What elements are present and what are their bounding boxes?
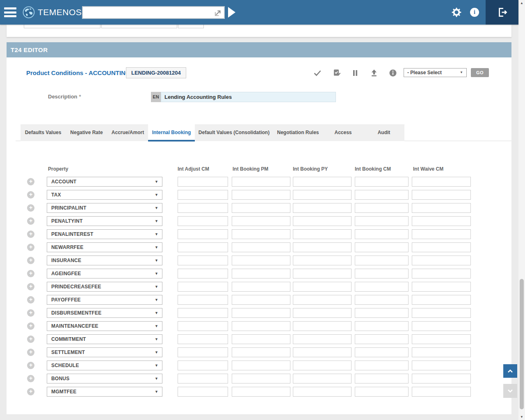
int-waive-cm-input[interactable]: [412, 347, 471, 357]
int-booking-cm-input[interactable]: [355, 269, 409, 278]
int-booking-cm-input[interactable]: [355, 190, 409, 200]
property-select[interactable]: PRINCIPALINT ▼: [47, 203, 162, 213]
int-booking-cm-input[interactable]: [355, 387, 409, 397]
add-value-button[interactable]: +: [27, 322, 34, 330]
int-adjust-cm-input[interactable]: [178, 361, 228, 370]
description-input[interactable]: [161, 92, 336, 102]
int-adjust-cm-input[interactable]: [178, 177, 228, 187]
int-booking-pm-input[interactable]: [232, 203, 290, 213]
page-scrollbar[interactable]: ▲ ▼: [518, 0, 525, 420]
validate-icon[interactable]: [332, 68, 342, 78]
property-select[interactable]: TAX ▼: [47, 190, 162, 200]
property-select[interactable]: ACCOUNT ▼: [47, 177, 162, 187]
int-waive-cm-input[interactable]: [412, 374, 471, 383]
add-value-button[interactable]: +: [27, 296, 34, 304]
tab-default-values-consolidation[interactable]: Default Values (Consolidation): [195, 124, 273, 141]
property-select[interactable]: SCHEDULE ▼: [47, 361, 162, 370]
tab-defaults-values[interactable]: Defaults Values: [21, 124, 66, 141]
int-adjust-cm-input[interactable]: [178, 269, 228, 278]
int-adjust-cm-input[interactable]: [178, 374, 228, 383]
int-adjust-cm-input[interactable]: [178, 321, 228, 331]
add-value-button[interactable]: +: [27, 231, 34, 238]
property-select[interactable]: AGEINGFEE ▼: [47, 269, 162, 278]
property-select[interactable]: DISBURSEMENTFEE ▼: [47, 308, 162, 318]
tab-accrue-amort[interactable]: Accrue/Amort: [107, 124, 148, 141]
int-booking-py-input[interactable]: [293, 295, 352, 305]
int-waive-cm-input[interactable]: [412, 334, 471, 344]
commit-check-icon[interactable]: [313, 68, 322, 78]
int-booking-py-input[interactable]: [293, 387, 352, 397]
int-adjust-cm-input[interactable]: [178, 308, 228, 318]
int-booking-cm-input[interactable]: [355, 374, 409, 383]
add-value-button[interactable]: +: [27, 191, 34, 199]
int-booking-cm-input[interactable]: [355, 216, 409, 226]
int-waive-cm-input[interactable]: [412, 229, 471, 239]
hold-pause-icon[interactable]: [350, 68, 360, 78]
int-waive-cm-input[interactable]: [412, 269, 471, 278]
int-booking-py-input[interactable]: [293, 321, 352, 331]
property-select[interactable]: COMMITMENT ▼: [47, 334, 162, 344]
scrollbar-up-arrow-icon[interactable]: ▲: [518, 1, 525, 5]
property-select[interactable]: MAINTENANCEFEE ▼: [47, 321, 162, 331]
int-booking-py-input[interactable]: [293, 347, 352, 357]
int-booking-py-input[interactable]: [293, 177, 352, 187]
hamburger-menu-icon[interactable]: [4, 7, 16, 17]
add-value-button[interactable]: +: [27, 270, 34, 277]
int-booking-pm-input[interactable]: [232, 282, 290, 292]
int-waive-cm-input[interactable]: [412, 256, 471, 265]
int-booking-cm-input[interactable]: [355, 308, 409, 318]
int-booking-pm-input[interactable]: [232, 387, 290, 397]
int-booking-cm-input[interactable]: [355, 242, 409, 252]
int-booking-cm-input[interactable]: [355, 361, 409, 370]
run-command-icon[interactable]: [228, 7, 235, 18]
int-booking-pm-input[interactable]: [232, 216, 290, 226]
int-booking-py-input[interactable]: [293, 216, 352, 226]
property-select[interactable]: NEWARRFEE ▼: [47, 242, 162, 252]
int-booking-pm-input[interactable]: [232, 229, 290, 239]
int-booking-pm-input[interactable]: [232, 190, 290, 200]
tab-negative-rate[interactable]: Negative Rate: [66, 124, 107, 141]
int-booking-pm-input[interactable]: [232, 242, 290, 252]
scroll-to-bottom-button[interactable]: [503, 384, 517, 398]
tab-audit[interactable]: Audit: [363, 124, 404, 141]
int-waive-cm-input[interactable]: [412, 190, 471, 200]
property-select[interactable]: PAYOFFFEE ▼: [47, 295, 162, 305]
property-select[interactable]: PENALTYINT ▼: [47, 216, 162, 226]
action-select[interactable]: - Please Select ▼: [404, 68, 467, 77]
sign-out-button[interactable]: [486, 0, 518, 25]
property-select[interactable]: PENALINTEREST ▼: [47, 229, 162, 239]
add-value-button[interactable]: +: [27, 283, 34, 290]
int-booking-py-input[interactable]: [293, 229, 352, 239]
int-adjust-cm-input[interactable]: [178, 216, 228, 226]
int-booking-py-input[interactable]: [293, 282, 352, 292]
property-select[interactable]: MGMTFEE ▼: [47, 387, 162, 397]
int-adjust-cm-input[interactable]: [178, 347, 228, 357]
int-booking-cm-input[interactable]: [355, 229, 409, 239]
int-booking-py-input[interactable]: [293, 242, 352, 252]
int-adjust-cm-input[interactable]: [178, 256, 228, 265]
int-booking-cm-input[interactable]: [355, 295, 409, 305]
int-waive-cm-input[interactable]: [412, 203, 471, 213]
int-booking-py-input[interactable]: [293, 190, 352, 200]
info-icon[interactable]: i: [470, 8, 479, 17]
int-booking-py-input[interactable]: [293, 361, 352, 370]
int-booking-py-input[interactable]: [293, 256, 352, 265]
int-adjust-cm-input[interactable]: [178, 190, 228, 200]
int-adjust-cm-input[interactable]: [178, 387, 228, 397]
property-select[interactable]: PRINDECREASEFEE ▼: [47, 282, 162, 292]
int-booking-cm-input[interactable]: [355, 321, 409, 331]
add-value-button[interactable]: +: [27, 375, 34, 382]
add-value-button[interactable]: +: [27, 244, 34, 251]
int-waive-cm-input[interactable]: [412, 242, 471, 252]
int-adjust-cm-input[interactable]: [178, 334, 228, 344]
int-booking-cm-input[interactable]: [355, 347, 409, 357]
int-waive-cm-input[interactable]: [412, 321, 471, 331]
add-value-button[interactable]: +: [27, 336, 34, 343]
int-booking-pm-input[interactable]: [232, 374, 290, 383]
scroll-to-top-button[interactable]: [503, 364, 517, 378]
record-info-icon[interactable]: [388, 68, 398, 78]
int-booking-py-input[interactable]: [293, 269, 352, 278]
int-booking-pm-input[interactable]: [232, 295, 290, 305]
int-waive-cm-input[interactable]: [412, 308, 471, 318]
int-booking-cm-input[interactable]: [355, 256, 409, 265]
